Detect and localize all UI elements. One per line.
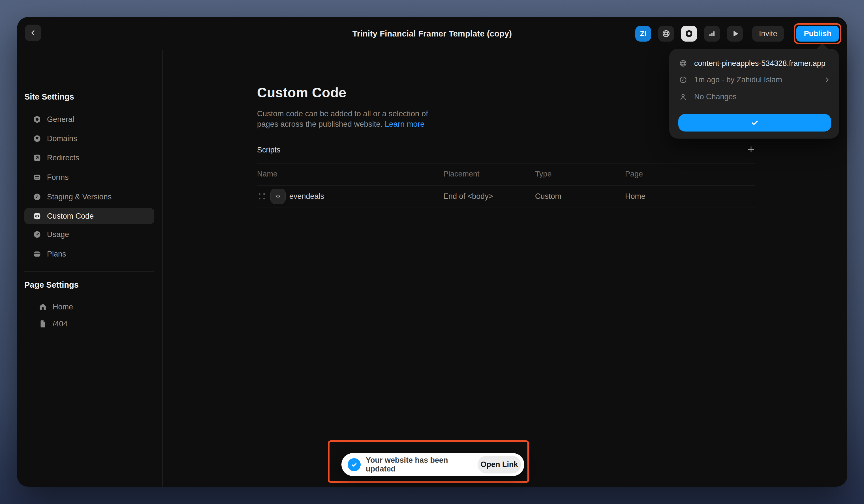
- table-border-top: [257, 163, 755, 163]
- invite-button[interactable]: Invite: [752, 26, 784, 41]
- open-link-button[interactable]: Open Link: [478, 456, 521, 474]
- sidebar-item-home[interactable]: Home: [24, 299, 154, 315]
- learn-more-link[interactable]: Learn more: [385, 120, 425, 128]
- changes-status: No Changes: [694, 93, 736, 101]
- script-placement: End of <body>: [443, 186, 493, 207]
- sidebar: Site Settings General Domains Redirects: [17, 50, 163, 487]
- sidebar-item-label: Plans: [47, 250, 66, 258]
- sidebar-item-usage[interactable]: Usage: [24, 226, 154, 242]
- popover-changes-row: No Changes: [679, 91, 831, 102]
- sidebar-item-redirects[interactable]: Redirects: [24, 150, 154, 166]
- page-settings-title: Page Settings: [24, 280, 79, 290]
- globe-icon: [679, 59, 687, 67]
- sidebar-item-label: Usage: [47, 230, 69, 239]
- drag-handle[interactable]: [259, 193, 265, 199]
- globe-icon: [662, 29, 671, 38]
- home-icon: [38, 303, 47, 311]
- main-heading: Custom Code: [257, 85, 346, 100]
- script-name: evendeals: [289, 186, 324, 207]
- play-icon: [731, 29, 739, 38]
- sidebar-item-label: General: [47, 115, 74, 124]
- gauge-icon: [33, 230, 41, 239]
- site-settings-title: Site Settings: [24, 92, 74, 101]
- last-published-meta: 1m ago · by Zahidul Islam: [694, 75, 782, 84]
- script-code-icon: [271, 189, 286, 204]
- published-domain[interactable]: content-pineapples-534328.framer.app: [694, 59, 826, 68]
- column-header-name: Name: [257, 169, 277, 179]
- table-row[interactable]: evendeals End of <body> Custom Home: [257, 186, 755, 207]
- popover-domain-row[interactable]: content-pineapples-534328.framer.app: [679, 58, 831, 69]
- settings-nut-icon: [685, 29, 694, 38]
- check-icon: [750, 118, 759, 127]
- publish-popover: content-pineapples-534328.framer.app 1m …: [669, 49, 839, 138]
- toast-message: Your website has been updated: [366, 456, 478, 474]
- form-lines-icon: [33, 173, 41, 182]
- sidebar-item-label: Staging & Versions: [47, 193, 111, 201]
- sidebar-item-label: Home: [53, 303, 73, 311]
- add-script-button[interactable]: [745, 143, 758, 156]
- header-actions: ZI: [635, 17, 841, 50]
- publish-button[interactable]: Publish: [796, 26, 839, 41]
- annotation-publish-highlight: Publish: [794, 23, 841, 44]
- scripts-section-title: Scripts: [257, 146, 280, 155]
- description-line2: pages across the published website.: [257, 120, 383, 128]
- site-settings-button-active[interactable]: [681, 26, 697, 41]
- chevron-right-icon[interactable]: [823, 76, 831, 84]
- sidebar-item-forms[interactable]: Forms: [24, 169, 154, 185]
- table-border-bottom: [257, 208, 755, 208]
- column-header-placement: Placement: [443, 169, 480, 179]
- code-brackets-icon: [33, 212, 41, 220]
- sidebar-item-staging-versions[interactable]: Staging & Versions: [24, 189, 154, 205]
- header-bar: Trinity Financial Framer Template (copy)…: [17, 17, 847, 50]
- main-description: Custom code can be added to all or a sel…: [257, 108, 428, 129]
- script-type: Custom: [535, 186, 561, 207]
- sidebar-item-general[interactable]: General: [24, 111, 154, 127]
- analytics-button[interactable]: [704, 26, 720, 41]
- bar-chart-icon: [708, 29, 716, 38]
- preview-play-button[interactable]: [727, 26, 743, 41]
- publish-confirm-button[interactable]: [678, 114, 831, 132]
- plus-icon: [746, 145, 756, 154]
- sidebar-item-404[interactable]: /404: [24, 316, 154, 332]
- framer-settings-window: Trinity Financial Framer Template (copy)…: [17, 17, 847, 487]
- clock-filled-icon: [33, 193, 41, 201]
- sidebar-item-plans[interactable]: Plans: [24, 246, 154, 262]
- sidebar-item-custom-code[interactable]: Custom Code: [24, 208, 154, 224]
- scripts-table-header: Name Placement Type Page: [257, 169, 755, 179]
- sidebar-divider: [24, 271, 154, 271]
- sidebar-item-label: Forms: [47, 173, 69, 182]
- user-avatar[interactable]: ZI: [635, 26, 651, 41]
- update-toast: Your website has been updated Open Link: [341, 453, 524, 476]
- sidebar-item-domains[interactable]: Domains: [24, 131, 154, 147]
- column-header-page: Page: [625, 169, 643, 179]
- script-page: Home: [625, 186, 646, 207]
- person-icon: [679, 93, 687, 101]
- nut-icon: [33, 115, 41, 124]
- arrow-up-right-icon: [33, 153, 41, 162]
- description-line1: Custom code can be added to all or a sel…: [257, 109, 428, 118]
- page-icon: [38, 320, 47, 328]
- column-header-type: Type: [535, 169, 552, 179]
- sidebar-item-label: Custom Code: [47, 212, 94, 221]
- sidebar-item-label: /404: [53, 320, 68, 328]
- popover-history-row[interactable]: 1m ago · by Zahidul Islam: [679, 74, 831, 85]
- clock-icon: [679, 75, 687, 84]
- sidebar-item-label: Domains: [47, 134, 77, 143]
- preview-globe-button[interactable]: [658, 26, 674, 41]
- check-circle-icon: [348, 458, 361, 471]
- credit-card-icon: [33, 250, 41, 258]
- desktop-background: Trinity Financial Framer Template (copy)…: [0, 0, 864, 504]
- globe-filled-icon: [33, 134, 41, 143]
- sidebar-item-label: Redirects: [47, 153, 79, 162]
